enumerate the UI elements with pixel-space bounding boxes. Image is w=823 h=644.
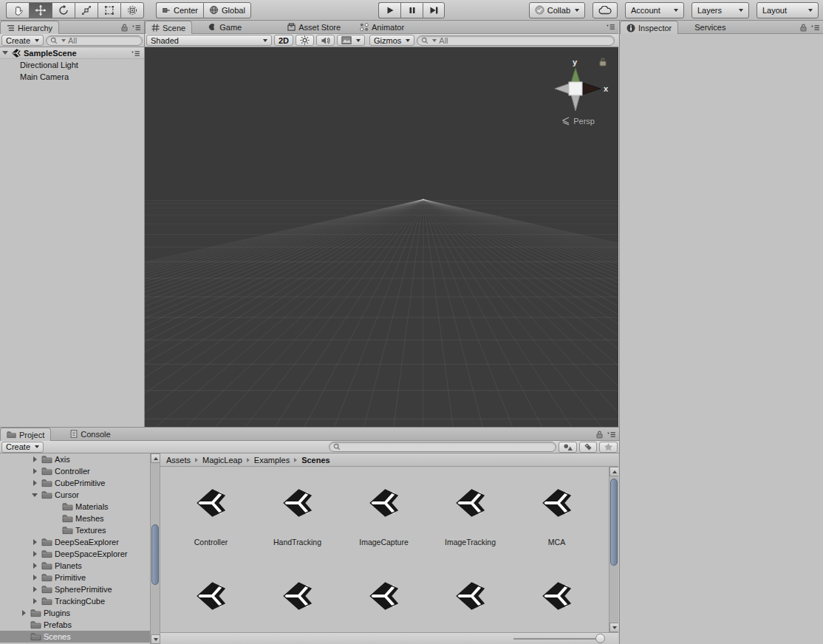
asset-item[interactable]: [254, 579, 341, 613]
panel-menu-icon[interactable]: [132, 24, 141, 31]
asset-item[interactable]: [168, 579, 254, 613]
hierarchy-item[interactable]: Directional Light: [0, 59, 144, 71]
tab-services[interactable]: Services: [689, 21, 731, 33]
tab-project[interactable]: Project: [0, 428, 51, 441]
viewport-lock-icon[interactable]: [599, 58, 607, 68]
tree-item-meshes[interactable]: Meshes: [0, 513, 150, 524]
transform-tool-button[interactable]: [120, 2, 144, 18]
scroll-up-icon[interactable]: [151, 453, 160, 463]
asset-item[interactable]: [513, 579, 600, 613]
tab-hierarchy[interactable]: Hierarchy: [0, 21, 59, 34]
tree-item-plugins[interactable]: Plugins: [0, 607, 150, 619]
tree-item-sphereprimitive[interactable]: SpherePrimitive: [0, 583, 150, 595]
layout-dropdown[interactable]: Layout: [757, 2, 819, 18]
tree-item-prefabs[interactable]: Prefabs: [0, 619, 150, 631]
breadcrumb-item[interactable]: Assets: [166, 456, 191, 465]
foldout-arrow-icon[interactable]: [33, 563, 37, 569]
cloud-button[interactable]: [593, 2, 618, 18]
panel-menu-icon[interactable]: [810, 24, 820, 31]
foldout-arrow-icon[interactable]: [2, 51, 8, 55]
hierarchy-search-input[interactable]: All: [46, 35, 143, 46]
search-by-type-button[interactable]: [559, 442, 577, 453]
project-create-dropdown[interactable]: Create: [1, 442, 44, 453]
rotate-tool-button[interactable]: [52, 2, 75, 18]
shading-mode-dropdown[interactable]: Shaded: [146, 35, 272, 46]
lock-icon[interactable]: [596, 431, 603, 439]
tree-item-trackingcube[interactable]: TrackingCube: [0, 595, 150, 607]
grid-scrollbar-thumb[interactable]: [610, 479, 618, 566]
foldout-arrow-icon[interactable]: [33, 551, 37, 557]
pause-button[interactable]: [400, 2, 423, 18]
scale-tool-button[interactable]: [75, 2, 98, 18]
lighting-toggle-button[interactable]: [296, 35, 314, 46]
layers-dropdown[interactable]: Layers: [691, 2, 749, 18]
tree-item-planets[interactable]: Planets: [0, 560, 150, 572]
foldout-arrow-icon[interactable]: [33, 598, 37, 604]
foldout-arrow-icon[interactable]: [22, 610, 26, 616]
tree-item-cursor[interactable]: Cursor: [0, 489, 150, 501]
gizmos-dropdown[interactable]: Gizmos: [369, 35, 414, 46]
asset-item-controller[interactable]: Controller: [168, 486, 254, 547]
audio-toggle-button[interactable]: [316, 35, 335, 46]
2d-toggle-button[interactable]: 2D: [274, 35, 293, 46]
scroll-down-icon[interactable]: [151, 634, 160, 644]
tab-console[interactable]: Console: [64, 428, 116, 440]
asset-item[interactable]: [427, 579, 513, 613]
foldout-arrow-icon[interactable]: [33, 480, 37, 486]
collab-dropdown[interactable]: Collab: [529, 2, 585, 18]
zoom-slider-knob[interactable]: [595, 634, 605, 643]
tree-scrollbar-thumb[interactable]: [151, 524, 159, 585]
search-by-label-button[interactable]: [579, 442, 597, 453]
asset-grid[interactable]: ControllerHandTrackingImageCaptureImageT…: [160, 467, 618, 632]
foldout-arrow-icon[interactable]: [33, 468, 37, 474]
favorites-button[interactable]: [599, 442, 618, 453]
lock-icon[interactable]: [121, 24, 128, 32]
asset-item-imagetracking[interactable]: ImageTracking: [427, 486, 513, 547]
scene-search-input[interactable]: All: [417, 35, 615, 46]
lock-icon[interactable]: [800, 24, 807, 32]
breadcrumb-item[interactable]: Scenes: [301, 456, 330, 465]
thumbnail-zoom-slider[interactable]: [513, 638, 599, 640]
rect-tool-button[interactable]: [98, 2, 120, 18]
breadcrumb-item[interactable]: MagicLeap: [202, 456, 242, 465]
tree-item-primitive[interactable]: Primitive: [0, 572, 150, 583]
tree-item-deepspaceexplorer[interactable]: DeepSpaceExplorer: [0, 548, 150, 560]
panel-menu-icon[interactable]: [606, 24, 615, 30]
breadcrumb-item[interactable]: Examples: [254, 456, 290, 465]
foldout-arrow-icon[interactable]: [33, 586, 37, 592]
foldout-arrow-icon[interactable]: [32, 493, 38, 497]
tab-animator[interactable]: Animator: [354, 21, 410, 33]
tab-asset-store[interactable]: Asset Store: [281, 21, 346, 33]
scene-header-row[interactable]: SampleScene: [0, 47, 144, 59]
space-toggle-button[interactable]: Global: [203, 2, 251, 18]
tree-item-scenes[interactable]: Scenes: [0, 631, 150, 643]
foldout-arrow-icon[interactable]: [33, 575, 37, 580]
asset-item-handtracking[interactable]: HandTracking: [254, 486, 341, 547]
panel-menu-icon[interactable]: [607, 431, 616, 438]
scroll-up-icon[interactable]: [609, 467, 618, 476]
tree-item-controller[interactable]: Controller: [0, 465, 150, 477]
tree-item-textures[interactable]: Textures: [0, 524, 150, 536]
play-button[interactable]: [378, 2, 400, 18]
account-dropdown[interactable]: Account: [625, 2, 684, 18]
asset-item-imagecapture[interactable]: ImageCapture: [341, 486, 427, 547]
tree-scrollbar[interactable]: [150, 453, 160, 644]
foldout-arrow-icon[interactable]: [33, 456, 37, 462]
scroll-down-icon[interactable]: [609, 623, 618, 632]
asset-item-mca[interactable]: MCA: [513, 486, 600, 547]
hierarchy-item[interactable]: Main Camera: [0, 71, 144, 83]
hand-tool-button[interactable]: [6, 2, 29, 18]
asset-item[interactable]: [341, 579, 427, 613]
project-search-input[interactable]: [329, 442, 556, 452]
effects-dropdown[interactable]: [337, 35, 365, 46]
pivot-toggle-button[interactable]: Center: [156, 2, 203, 18]
tree-item-materials[interactable]: Materials: [0, 501, 150, 513]
move-tool-button[interactable]: [29, 2, 52, 18]
step-button[interactable]: [423, 2, 445, 18]
tree-item-cubeprimitive[interactable]: CubePrimitive: [0, 477, 150, 489]
hierarchy-create-dropdown[interactable]: Create: [1, 35, 44, 46]
tab-inspector[interactable]: Inspector: [620, 21, 678, 34]
tab-game[interactable]: Game: [202, 21, 247, 33]
tree-item-axis[interactable]: Axis: [0, 453, 150, 465]
grid-scrollbar[interactable]: [609, 467, 618, 632]
